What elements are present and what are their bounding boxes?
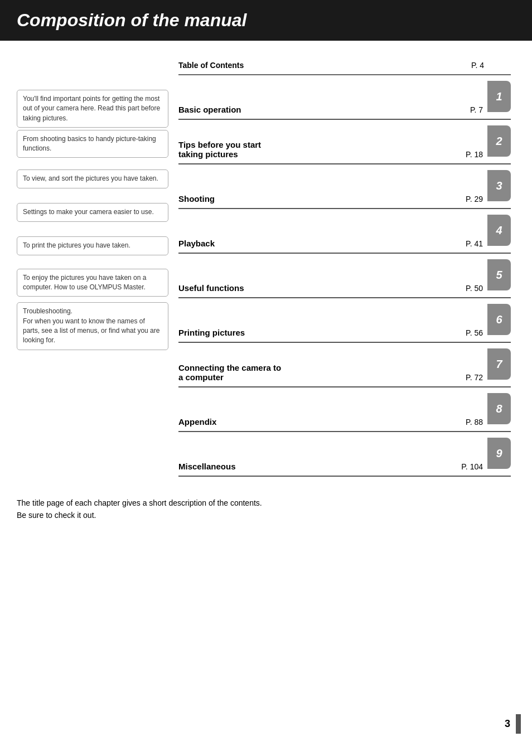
desc-box-3: To view, and sort the pictures you have … [17,169,168,188]
chapter-row-5: Useful functions P. 50 5 [178,254,511,298]
chapter-4-page: P. 41 [466,239,487,248]
chapter-row-6: Printing pictures P. 56 6 [178,298,511,343]
chapter-3-title: Shooting [178,194,466,203]
toc-row: Table of Contents P. 4 [178,57,511,75]
tab-3: 3 [487,170,511,201]
page-number: 3 [505,718,510,730]
chapter-7-page: P. 72 [466,373,487,382]
chapter-5-title: Useful functions [178,283,466,293]
chapter-row-4: Playback P. 41 4 [178,209,511,254]
toc-page: P. 4 [471,61,484,70]
chapter-8-title: Appendix [178,417,466,427]
chapter-1-page: P. 7 [470,105,487,114]
chapter-row-8: Appendix P. 88 8 [178,387,511,432]
tab-5: 5 [487,259,511,290]
tab-2: 2 [487,125,511,157]
chapter-row-7: Connecting the camera to a computer P. 7… [178,343,511,387]
chapter-2-title: Tips before you start taking pictures [178,140,466,159]
toc-diagram: You'll find important points for getting… [17,57,515,477]
page-title: Composition of the manual [17,10,515,31]
chapter-1-title: Basic operation [178,105,470,114]
chapter-6-title: Printing pictures [178,328,466,337]
chapter-row-9: Miscellaneous P. 104 9 [178,432,511,477]
page-tab-indicator [516,714,521,734]
tab-4: 4 [487,215,511,246]
chapter-8-page: P. 88 [466,418,487,427]
descriptions-column: You'll find important points for getting… [17,57,178,477]
desc-box-6: To enjoy the pictures you have taken on … [17,269,168,297]
toc-title: Table of Contents [178,61,471,70]
chapter-4-title: Playback [178,239,466,248]
chapter-7-title: Connecting the camera to a computer [178,363,466,382]
chapter-5-page: P. 50 [466,284,487,293]
desc-box-4: Settings to make your camera easier to u… [17,203,168,221]
footer-text: The title page of each chapter gives a s… [17,497,515,522]
desc-box-1: You'll find important points for getting… [17,90,168,128]
tab-1: 1 [487,81,511,112]
tab-8: 8 [487,393,511,424]
tab-6: 6 [487,304,511,335]
page-header: Composition of the manual [0,0,532,41]
tab-9: 9 [487,438,511,469]
desc-box-7: Troubleshooting. For when you want to kn… [17,302,168,350]
tab-7: 7 [487,348,511,380]
desc-box-5: To print the pictures you have taken. [17,236,168,255]
chapter-row-1: Basic operation P. 7 1 [178,75,511,120]
chapters-column: Table of Contents P. 4 Basic operation P… [178,57,515,477]
chapter-2-page: P. 18 [466,150,487,159]
page-number-area: 3 [505,714,521,734]
chapter-9-page: P. 104 [461,462,487,471]
desc-box-2: From shooting basics to handy picture-ta… [17,130,168,158]
chapter-6-page: P. 56 [466,328,487,337]
chapter-3-page: P. 29 [466,195,487,203]
chapter-row-3: Shooting P. 29 3 [178,164,511,209]
chapter-row-2: Tips before you start taking pictures P.… [178,120,511,164]
chapter-9-title: Miscellaneous [178,462,461,471]
